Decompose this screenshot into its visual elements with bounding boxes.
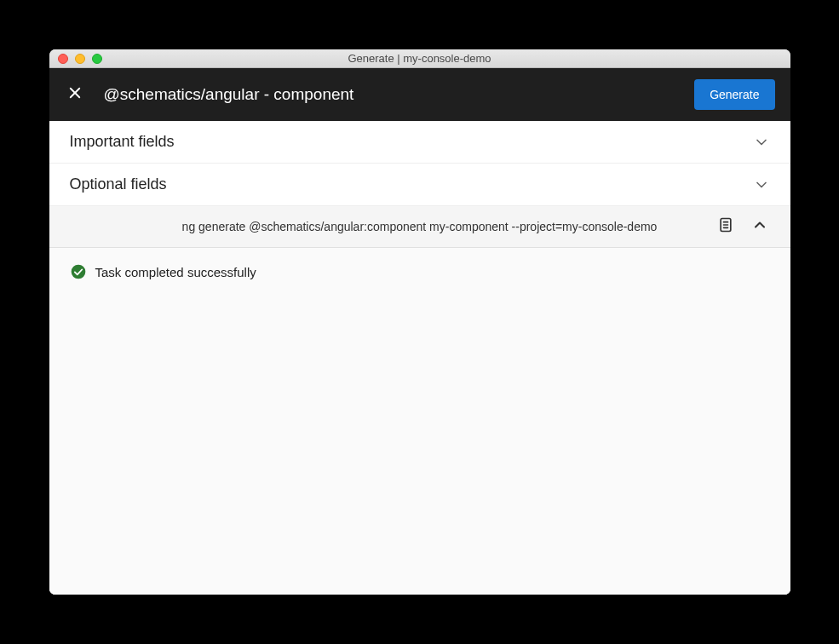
chevron-down-icon [753, 134, 770, 151]
window-close-button[interactable] [58, 54, 68, 64]
window-title: Generate | my-console-demo [49, 52, 790, 65]
traffic-lights [49, 54, 102, 64]
app-header: @schematics/angular - component Generate [49, 68, 790, 121]
section-label: Optional fields [70, 175, 167, 193]
status-message: Task completed successfully [95, 265, 256, 279]
output-area: Task completed successfully [49, 248, 790, 595]
chevron-up-icon [751, 216, 768, 237]
chevron-down-icon [753, 176, 770, 193]
page-title: @schematics/angular - component [104, 85, 695, 104]
titlebar: Generate | my-console-demo [49, 49, 790, 68]
close-button[interactable] [65, 84, 85, 105]
status-row: Task completed successfully [70, 263, 770, 280]
generate-button[interactable]: Generate [694, 79, 774, 110]
command-text: ng generate @schematics/angular:componen… [70, 220, 702, 233]
content-area: Important fields Optional fields ng gene… [49, 121, 790, 595]
svg-point-6 [71, 265, 85, 279]
clipboard-list-icon [717, 216, 734, 237]
optional-fields-section[interactable]: Optional fields [49, 164, 790, 206]
collapse-output-button[interactable] [750, 216, 770, 237]
window-maximize-button[interactable] [92, 54, 102, 64]
close-icon [67, 85, 83, 104]
important-fields-section[interactable]: Important fields [49, 121, 790, 164]
section-label: Important fields [70, 133, 175, 151]
check-circle-icon [70, 263, 87, 280]
app-window: Generate | my-console-demo @schematics/a… [49, 49, 790, 595]
copy-command-button[interactable] [715, 216, 736, 237]
command-bar: ng generate @schematics/angular:componen… [49, 206, 790, 248]
window-minimize-button[interactable] [75, 54, 85, 64]
